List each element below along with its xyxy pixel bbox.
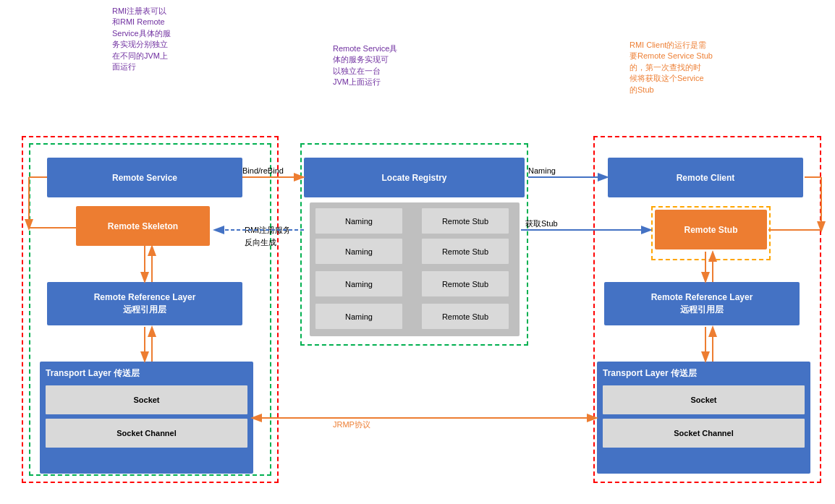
remote-reference-layer-left-box: Remote Reference Layer 远程引用层 (47, 282, 242, 325)
jrmp-label: JRMP协议 (333, 419, 370, 430)
transport-layer-right-box: Transport Layer 传送层 Socket Socket Channe… (597, 362, 810, 474)
naming-2: Naming (315, 239, 402, 264)
annotation-right: RMI Client的运行是需 要Remote Service Stub 的，第… (630, 40, 774, 95)
remote-client-box: Remote Client (608, 158, 803, 197)
rmi-registry-label: RMI注册服务 反向生成 (245, 224, 291, 248)
remote-stub-4: Remote Stub (422, 304, 509, 329)
remote-stub-client-box: Remote Stub (655, 210, 767, 249)
annotation-center: Remote Service具 体的服务实现可 以独立在一台 JVM上面运行 (333, 43, 449, 88)
transport-layer-left-box: Transport Layer 传送层 Socket Socket Channe… (40, 362, 253, 474)
remote-reference-layer-right-box: Remote Reference Layer 远程引用层 (604, 282, 800, 325)
naming-1: Naming (315, 208, 402, 234)
socket-channel-left-box: Socket Channel (46, 419, 247, 448)
remote-service-box: Remote Service (47, 158, 242, 197)
socket-left-box: Socket (46, 385, 247, 414)
remote-stub-2: Remote Stub (422, 239, 509, 264)
remote-stub-3: Remote Stub (422, 271, 509, 296)
remote-stub-1: Remote Stub (422, 208, 509, 234)
annotation-left: RMI注册表可以 和RMI Remote Service具体的服 务实现分别独立… (112, 6, 228, 72)
registry-entries-container: Naming Remote Stub Naming Remote Stub Na… (310, 202, 520, 336)
diagram-container: RMI注册表可以 和RMI Remote Service具体的服 务实现分别独立… (0, 0, 835, 504)
bind-rebind-label: Bind/reBind (242, 166, 284, 175)
naming-3: Naming (315, 271, 402, 296)
remote-skeleton-box: Remote Skeleton (76, 206, 210, 246)
naming-label: Naming (528, 166, 556, 175)
get-stub-label: 获取Stub (525, 218, 558, 229)
socket-right-box: Socket (603, 385, 805, 414)
socket-channel-right-box: Socket Channel (603, 419, 805, 448)
naming-4: Naming (315, 304, 402, 329)
locate-registry-box: Locate Registry (304, 158, 525, 197)
